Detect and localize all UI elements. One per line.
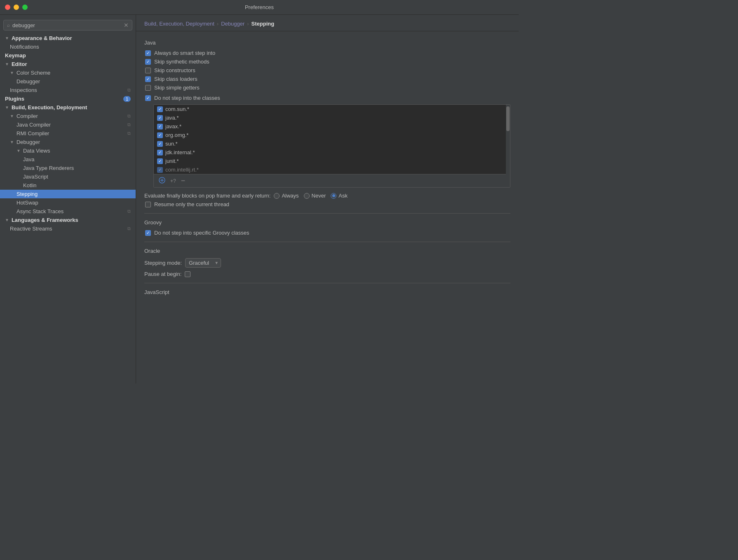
close-button[interactable] xyxy=(5,5,10,10)
sidebar-item-debugger-main[interactable]: ▼ Debugger xyxy=(0,138,136,146)
class-name-junit: junit.* xyxy=(165,158,179,164)
checkbox-javax[interactable] xyxy=(157,124,163,129)
checkbox-jdk-internal[interactable] xyxy=(157,150,163,155)
classes-box: com.sun.* java.* javax.* org.omg.* sun.* xyxy=(153,104,510,188)
class-item-sun[interactable]: sun.* xyxy=(154,139,510,148)
sidebar-item-keymap[interactable]: Keymap xyxy=(0,51,136,60)
remove-class-button[interactable]: − xyxy=(179,175,187,186)
breadcrumb-part-3: Stepping xyxy=(251,21,275,27)
sidebar-item-debugger-editor[interactable]: Debugger xyxy=(0,77,136,86)
sidebar-item-data-views[interactable]: ▼ Data Views xyxy=(0,146,136,155)
triangle-icon: ▼ xyxy=(5,218,9,222)
class-item-com-sun[interactable]: com.sun.* xyxy=(154,105,510,113)
checkbox-junit[interactable] xyxy=(157,158,163,164)
radio-circle-ask[interactable] xyxy=(331,193,336,199)
checkbox-groovy[interactable] xyxy=(145,230,151,236)
sidebar-item-kotlin[interactable]: Kotlin xyxy=(0,181,136,190)
sidebar-item-javascript-data[interactable]: JavaScript xyxy=(0,172,136,181)
java-section-title: Java xyxy=(144,40,510,46)
checkbox-skip-class-loaders[interactable] xyxy=(145,76,151,82)
main-layout: ⌕ ✕ ▼ Appearance & Behavior Notification… xyxy=(0,15,519,384)
breadcrumb-part-1: Build, Execution, Deployment xyxy=(144,21,214,27)
sidebar-item-color-scheme[interactable]: ▼ Color Scheme xyxy=(0,68,136,77)
checkbox-resume-thread[interactable] xyxy=(145,202,151,207)
sidebar-item-java-type-renderers[interactable]: Java Type Renderers xyxy=(0,164,136,172)
checkbox-skip-constructors[interactable] xyxy=(145,68,151,73)
class-item-org-omg[interactable]: org.omg.* xyxy=(154,131,510,139)
breadcrumb-sep-2: › xyxy=(247,21,249,27)
maximize-button[interactable] xyxy=(22,5,28,10)
class-item-junit[interactable]: junit.* xyxy=(154,157,510,165)
option-do-not-step: Do not step into the classes xyxy=(144,95,510,101)
checkbox-com-sun[interactable] xyxy=(157,106,163,112)
checkbox-sun[interactable] xyxy=(157,141,163,147)
sidebar-label: Java xyxy=(23,156,34,162)
sidebar-item-appearance-behavior[interactable]: ▼ Appearance & Behavior xyxy=(0,34,136,42)
sidebar-item-inspections[interactable]: Inspections ⧉ xyxy=(0,86,136,94)
class-name-sun: sun.* xyxy=(165,141,178,147)
stepping-mode-label: Stepping mode: xyxy=(144,260,182,266)
oracle-section-title: Oracle xyxy=(144,248,510,254)
stepping-mode-row: Stepping mode: Graceful Standard ▼ xyxy=(144,258,510,268)
search-input[interactable] xyxy=(12,22,121,28)
sidebar-item-compiler[interactable]: ▼ Compiler ⧉ xyxy=(0,112,136,120)
minimize-button[interactable] xyxy=(14,5,19,10)
option-skip-simple-getters: Skip simple getters xyxy=(144,85,510,91)
checkbox-do-not-step[interactable] xyxy=(145,95,151,101)
option-skip-synthetic: Skip synthetic methods xyxy=(144,59,510,65)
sidebar-item-plugins[interactable]: Plugins 1 xyxy=(0,94,136,103)
breadcrumb-sep-1: › xyxy=(217,21,219,27)
checkbox-org-omg[interactable] xyxy=(157,132,163,138)
sidebar-label: Stepping xyxy=(16,191,38,197)
sidebar-item-rmi-compiler[interactable]: RMI Compiler ⧉ xyxy=(0,129,136,138)
triangle-icon: ▼ xyxy=(10,114,14,118)
add-unknown-class-button[interactable]: +? xyxy=(169,176,178,186)
sidebar-item-editor[interactable]: ▼ Editor xyxy=(0,60,136,68)
sidebar-label: Debugger xyxy=(16,78,40,85)
sidebar-item-languages-frameworks[interactable]: ▼ Languages & Frameworks xyxy=(0,216,136,224)
sidebar-item-build-exec-deploy[interactable]: ▼ Build, Execution, Deployment xyxy=(0,103,136,112)
checkbox-com-intellij-rt[interactable] xyxy=(157,167,163,173)
radio-circle-always[interactable] xyxy=(274,193,280,199)
stepping-mode-select[interactable]: Graceful Standard xyxy=(185,258,221,268)
plugins-badge: 1 xyxy=(123,96,131,102)
sidebar: ⌕ ✕ ▼ Appearance & Behavior Notification… xyxy=(0,15,136,384)
evaluate-finally-label: Evaluate finally blocks on pop frame and… xyxy=(144,193,270,199)
label-skip-synthetic: Skip synthetic methods xyxy=(154,59,209,65)
radio-label-always: Always xyxy=(282,193,298,199)
radio-ask[interactable]: Ask xyxy=(331,193,348,199)
search-clear-icon[interactable]: ✕ xyxy=(124,22,129,28)
checkbox-skip-simple-getters[interactable] xyxy=(145,85,151,91)
checkbox-smart-step[interactable] xyxy=(145,50,151,56)
sidebar-label: Appearance & Behavior xyxy=(12,35,72,41)
checkbox-skip-synthetic[interactable] xyxy=(145,59,151,65)
scrollbar-thumb[interactable] xyxy=(506,106,510,131)
class-item-javax[interactable]: javax.* xyxy=(154,122,510,131)
add-class-button[interactable] xyxy=(157,176,167,186)
class-item-com-intellij-rt[interactable]: com.intellij.rt.* xyxy=(154,165,510,174)
option-skip-constructors: Skip constructors xyxy=(144,67,510,73)
sidebar-item-async-stack-traces[interactable]: Async Stack Traces ⧉ xyxy=(0,207,136,216)
sidebar-item-java-compiler[interactable]: Java Compiler ⧉ xyxy=(0,120,136,129)
pause-row: Pause at begin: xyxy=(144,271,510,277)
triangle-icon: ▼ xyxy=(10,140,14,144)
sidebar-item-stepping[interactable]: Stepping xyxy=(0,190,136,198)
copy-icon: ⧉ xyxy=(127,122,131,127)
option-smart-step: Always do smart step into xyxy=(144,50,510,56)
divider-groovy xyxy=(144,213,510,214)
radio-always[interactable]: Always xyxy=(274,193,298,199)
sidebar-item-java-data[interactable]: Java xyxy=(0,155,136,164)
checkbox-pause-at-begin[interactable] xyxy=(185,271,190,277)
sidebar-label: Java Compiler xyxy=(16,122,51,128)
radio-circle-never[interactable] xyxy=(304,193,310,199)
triangle-icon: ▼ xyxy=(16,148,21,153)
sidebar-label: Debugger xyxy=(16,139,40,145)
sidebar-item-hotswap[interactable]: HotSwap xyxy=(0,198,136,207)
breadcrumb-part-2: Debugger xyxy=(221,21,244,27)
sidebar-item-reactive-streams[interactable]: Reactive Streams ⧉ xyxy=(0,224,136,233)
class-item-jdk-internal[interactable]: jdk.internal.* xyxy=(154,148,510,157)
checkbox-java[interactable] xyxy=(157,115,163,121)
class-item-java[interactable]: java.* xyxy=(154,113,510,122)
radio-never[interactable]: Never xyxy=(304,193,326,199)
sidebar-item-notifications[interactable]: Notifications xyxy=(0,42,136,51)
